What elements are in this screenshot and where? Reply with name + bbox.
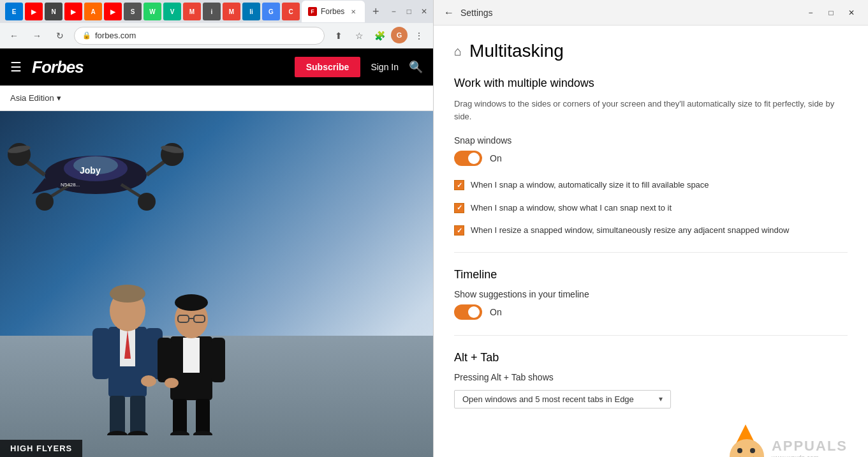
bookmark-button[interactable]: ☆: [350, 27, 368, 45]
timeline-section: Timeline Show suggestions in your timeli…: [454, 268, 848, 320]
asia-edition-dropdown[interactable]: Asia Edition ▾: [10, 93, 61, 103]
browser-titlebar: E ▶ N ▶ A ▶ S W V M i M li G C F Forbes …: [0, 0, 433, 23]
timeline-label: Show suggestions in your timeline: [454, 289, 848, 299]
snap-windows-label: Snap windows: [454, 135, 848, 146]
svg-rect-35: [158, 338, 172, 382]
checkbox2[interactable]: ✓: [454, 203, 464, 213]
browser-window-controls: − □ ✕: [388, 6, 429, 17]
dropdown-chevron-icon: ▾: [659, 394, 663, 403]
subscribe-button[interactable]: Subscribe: [295, 57, 361, 77]
checkbox2-row: ✓ When I snap a window, show what I can …: [454, 202, 848, 214]
close-button[interactable]: ✕: [419, 6, 429, 17]
person-left-svg: [89, 276, 166, 435]
svg-point-12: [138, 193, 156, 211]
alt-tab-option-text: Open windows and 5 most recent tabs in E…: [462, 394, 634, 404]
snap-toggle[interactable]: [454, 151, 482, 166]
timeline-toggle-row: On: [454, 304, 848, 320]
page-title-text: Multitasking: [469, 41, 564, 61]
tab-google[interactable]: G: [262, 3, 280, 20]
tab-youtube3[interactable]: ▶: [104, 3, 122, 20]
svg-point-23: [141, 375, 156, 387]
settings-title-text: Settings: [460, 8, 493, 18]
tab-close-button[interactable]: ✕: [348, 6, 358, 17]
snap-toggle-row: On: [454, 151, 848, 166]
address-actions: ⬆ ☆ 🧩 G ⋮: [330, 27, 428, 45]
appuals-url: www.wsxdn.com: [772, 454, 819, 457]
tab-n[interactable]: N: [45, 3, 63, 20]
tab-c[interactable]: C: [282, 3, 300, 20]
checkbox3-label: When I resize a snapped window, simultan…: [471, 224, 789, 237]
settings-minimize-button[interactable]: −: [804, 8, 817, 17]
checkmark3-icon: ✓: [457, 227, 462, 235]
checkbox1[interactable]: ✓: [454, 180, 464, 190]
settings-content: ⌂ Multitasking Work with multiple window…: [434, 26, 868, 457]
svg-point-10: [36, 193, 54, 211]
section3-title: Alt + Tab: [454, 351, 848, 364]
alt-tab-dropdown[interactable]: Open windows and 5 most recent tabs in E…: [454, 390, 671, 408]
checkbox1-label: When I snap a window, automatically size…: [471, 179, 709, 191]
svg-point-37: [165, 378, 179, 388]
back-button[interactable]: ←: [5, 27, 23, 45]
checkmark2-icon: ✓: [457, 204, 462, 212]
lock-icon: 🔒: [82, 31, 91, 40]
aircraft-svg: Joby N5428...: [6, 117, 185, 213]
timeline-toggle-label: On: [490, 307, 502, 317]
forbes-tab-title: Forbes: [321, 7, 344, 16]
appuals-text-block: APPUALS www.wsxdn.com: [772, 438, 848, 457]
settings-maximize-button[interactable]: □: [825, 8, 837, 17]
profile-avatar[interactable]: G: [391, 27, 408, 43]
tab-v[interactable]: V: [163, 3, 181, 20]
tab-gmail1[interactable]: M: [183, 3, 201, 20]
menu-button[interactable]: ⋮: [410, 27, 428, 45]
reload-button[interactable]: ↻: [51, 27, 69, 45]
address-bar: ← → ↻ 🔒 forbes.com ⬆ ☆ 🧩 G ⋮: [0, 23, 433, 49]
snap-toggle-label: On: [490, 153, 502, 163]
share-button[interactable]: ⬆: [330, 27, 348, 45]
tab-a[interactable]: A: [84, 3, 102, 20]
alt-tab-dropdown-row: Open windows and 5 most recent tabs in E…: [454, 390, 848, 408]
tab-linkedin[interactable]: li: [242, 3, 260, 20]
section1-desc: Drag windows to the sides or corners of …: [454, 98, 848, 123]
settings-title-left: ← Settings: [444, 7, 493, 19]
tab-youtube2[interactable]: ▶: [64, 3, 82, 20]
mascot-left-eye: [737, 448, 742, 453]
checkbox2-label: When I snap a window, show what I can sn…: [471, 202, 672, 214]
signin-link[interactable]: Sign In: [371, 62, 399, 72]
svg-rect-39: [196, 399, 210, 434]
svg-point-20: [110, 285, 145, 303]
checkmark1-icon: ✓: [457, 181, 462, 190]
address-field[interactable]: 🔒 forbes.com: [74, 27, 325, 45]
svg-rect-38: [173, 399, 187, 434]
hamburger-menu-icon[interactable]: ☰: [10, 59, 22, 75]
settings-back-button[interactable]: ←: [444, 7, 454, 19]
svg-text:N5428...: N5428...: [61, 182, 80, 188]
forbes-logo: Forbes: [32, 57, 84, 77]
extensions-button[interactable]: 🧩: [371, 27, 388, 45]
checkbox1-row: ✓ When I snap a window, automatically si…: [454, 179, 848, 191]
search-icon[interactable]: 🔍: [409, 60, 423, 74]
maximize-button[interactable]: □: [404, 6, 414, 17]
tab-s[interactable]: S: [124, 3, 142, 20]
new-tab-button[interactable]: +: [367, 3, 385, 20]
settings-page-title: ⌂ Multitasking: [454, 41, 848, 61]
settings-close-button[interactable]: ✕: [845, 8, 858, 17]
appuals-watermark: APPUALS www.wsxdn.com: [725, 428, 848, 458]
minimize-button[interactable]: −: [388, 6, 399, 17]
tab-forbes-active[interactable]: F Forbes ✕: [302, 1, 365, 22]
checkbox3[interactable]: ✓: [454, 225, 464, 236]
tab-inbox[interactable]: i: [203, 3, 221, 20]
forbes-hero-image: Joby N5428...: [0, 111, 433, 457]
svg-rect-29: [183, 338, 200, 373]
tab-youtube1[interactable]: ▶: [25, 3, 43, 20]
tab-gmail2[interactable]: M: [223, 3, 240, 20]
forbes-subheader: Asia Edition ▾: [0, 86, 433, 111]
section1-title: Work with multiple windows: [454, 77, 848, 90]
forbes-page: ☰ Forbes Subscribe Sign In 🔍 Asia Editio…: [0, 49, 433, 457]
forward-button[interactable]: →: [28, 27, 46, 45]
alt-tab-setting: Pressing Alt + Tab shows Open windows an…: [454, 372, 848, 408]
appuals-mascot-container: [725, 428, 769, 458]
tab-edge[interactable]: E: [5, 3, 23, 20]
tab-whatsapp[interactable]: W: [143, 3, 161, 20]
svg-point-31: [175, 294, 208, 311]
timeline-toggle[interactable]: [454, 304, 482, 320]
